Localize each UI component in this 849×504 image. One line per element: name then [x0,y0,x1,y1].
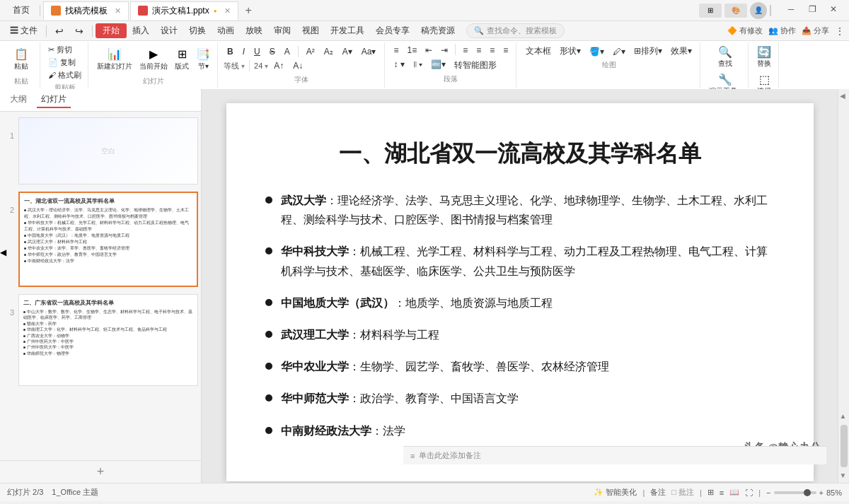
layout-button[interactable]: ⊞ 版式 [172,46,192,72]
slide-canvas[interactable]: 一、湖北省双一流高校及其学科名单 武汉大学：理论经济学、法学、马克思主义理论、化… [226,103,814,481]
share-btn[interactable]: 📤 分享 [802,25,829,36]
collaborate-btn[interactable]: 👥 协作 [768,25,796,36]
menu-view[interactable]: 视图 [296,23,325,39]
shadow-button[interactable]: A [281,45,294,58]
replace-button[interactable]: 🔄 替换 [754,44,774,70]
strikethrough-button[interactable]: S [266,45,279,58]
notes-bar[interactable]: ≡ 单击此处添加备注 [403,446,826,464]
zoom-increase-btn[interactable]: + [819,488,824,497]
zoom-level[interactable]: 85% [826,488,842,497]
expand-btn[interactable]: ⋮ [835,25,845,37]
profile-avatar[interactable]: 👤 [750,2,767,19]
align-center[interactable]: ≡ [473,44,485,57]
zoom-decrease-btn[interactable]: − [766,488,770,497]
active-tab-start[interactable]: 开始 [96,23,127,38]
line-spacing[interactable]: ↕ ▾ [391,58,408,73]
underline-button[interactable]: U [250,45,264,58]
font-size-increase[interactable]: A↑ [270,59,287,72]
menu-resources[interactable]: 稿壳资源 [415,23,461,39]
view-slideshow-btn[interactable]: ⛶ [745,488,753,497]
format-painter-button[interactable]: 🖌 格式刷 [46,69,83,81]
slide-item-1[interactable]: 1 空白 [3,117,198,184]
text-direction[interactable]: 🔤▾ [427,58,449,73]
fill-color-button[interactable]: 🪣▾ [586,45,608,58]
tab-templates[interactable]: 找稿壳模板 ✕ [43,1,129,20]
add-slide-button[interactable]: + [97,464,105,479]
arrange-button[interactable]: ⊞排列▾ [630,44,666,59]
align-justify[interactable]: ≡ [499,44,512,57]
undo-button[interactable]: ↩ [50,23,69,39]
subscript-button[interactable]: A₂ [320,45,337,58]
current-start-button[interactable]: ▶ 当前开始 [137,46,171,72]
numbered-list-button[interactable]: 1≡ [404,44,421,57]
notes-btn[interactable]: 备注 [650,487,666,498]
zoom-slider[interactable] [774,491,816,494]
new-tab-button[interactable]: + [240,1,258,20]
menu-developer[interactable]: 开发工具 [325,23,370,39]
shape-effect[interactable]: 效果▾ [667,44,695,59]
font-case-button[interactable]: Aa▾ [358,45,380,58]
paste-button[interactable]: 📋 粘贴 [7,46,35,72]
scroll-up-icon[interactable]: ▲ [840,412,848,421]
sidebar-collapse-icon[interactable]: ◀ [840,92,848,100]
tab-close-templates[interactable]: ✕ [115,6,121,16]
font-name-dropdown[interactable]: ▾ [241,62,245,70]
bold-button[interactable]: B [224,45,237,58]
restore-button[interactable]: ❐ [802,2,822,16]
columns-button[interactable]: ⫴ ▾ [410,58,426,73]
align-left[interactable]: ≡ [459,44,471,57]
menu-member[interactable]: 会员专享 [370,23,415,39]
scroll-thumb[interactable] [841,425,848,467]
list-button[interactable]: ≡ [391,44,403,57]
slide-item-2[interactable]: 2 一、湖北省双一流高校及其学科名单 武汉大学：理论经济学、法学、马克思主义理论… [3,192,198,287]
cut-button[interactable]: ✂ 剪切 [46,44,74,56]
text-box-button[interactable]: 文本框 [522,44,555,59]
convert-to-smartart[interactable]: 转智能图形 [451,58,500,73]
font-color-button[interactable]: A▾ [339,45,356,58]
scroll-down-icon[interactable]: ▼ [840,471,848,480]
skin-btn[interactable]: 🎨 [724,4,747,18]
align-right[interactable]: ≡ [486,44,498,57]
font-size-decrease[interactable]: A↓ [289,59,306,72]
tab-close-document[interactable]: ✕ [224,6,231,16]
font-size-dropdown[interactable]: ▾ [265,62,268,70]
slide-title[interactable]: 一、湖北省双一流高校及其学科名单 [265,139,775,170]
indent-decrease[interactable]: ⇤ [422,44,436,57]
slide-thumb-1[interactable]: 空白 [18,117,198,184]
superscript-button[interactable]: A² [303,45,318,58]
slide-item-3[interactable]: 3 二、广东省双一流高校及其学科名单 中山大学：数学、数学、化学、生物学、生态学… [3,294,198,386]
tab-document[interactable]: 演示文稿1.pptx ● ✕ [130,1,238,20]
find-button[interactable]: 🔍 查找 [706,44,744,70]
search-box[interactable]: 🔍 查找命令、搜索模板 [466,23,565,38]
indent-increase[interactable]: ⇥ [437,44,451,57]
view-normal-btn[interactable]: ⊞ [708,488,714,497]
slide-thumb-2[interactable]: 一、湖北省双一流高校及其学科名单 武汉大学：理论经济学、法学、马克思主义理论、化… [18,192,198,287]
layout-btn[interactable]: ⊞ [699,4,722,18]
shapes-button[interactable]: 形状▾ [556,44,584,59]
minimize-button[interactable]: ─ [781,2,801,16]
menu-insert[interactable]: 插入 [127,23,155,39]
new-slide-button[interactable]: 📊 新建幻灯片 [94,46,135,72]
copy-button[interactable]: 📄 复制 [46,57,78,69]
home-tab[interactable]: 首页 [6,1,37,19]
view-outline-btn[interactable]: ≡ [720,488,724,497]
menu-slideshow[interactable]: 放映 [240,23,268,39]
menu-review[interactable]: 审阅 [268,23,296,39]
slide-thumb-3[interactable]: 二、广东省双一流高校及其学科名单 中山大学：数学、数学、化学、生物学、生态学、材… [18,294,198,386]
italic-button[interactable]: I [239,45,248,58]
notes-placeholder[interactable]: 单击此处添加备注 [419,450,481,461]
border-color-button[interactable]: 🖊▾ [609,45,629,58]
menu-animation[interactable]: 动画 [212,23,240,39]
font-size[interactable]: 24 [254,61,262,70]
view-reading-btn[interactable]: 📖 [729,488,739,497]
menu-design[interactable]: 设计 [155,23,183,39]
panel-collapse-btn[interactable]: ◀ [0,247,7,257]
tab-slides[interactable]: 幻灯片 [37,92,71,108]
redo-button[interactable]: ↪ [69,23,89,39]
menu-transition[interactable]: 切换 [183,23,212,39]
section-button[interactable]: 📑 节▾ [193,46,213,72]
menu-file[interactable]: ☰ 文件 [4,23,43,39]
tab-outline[interactable]: 大纲 [6,92,31,108]
font-name[interactable]: 等线 [224,61,239,71]
ai-beauty-btn[interactable]: ✨ 智能美化 [594,487,637,498]
